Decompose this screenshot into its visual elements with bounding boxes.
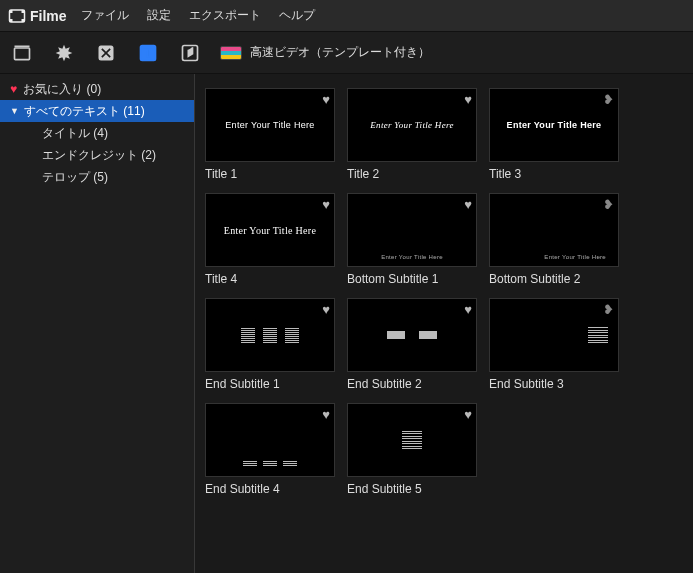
template-card[interactable]: ♥ Enter Your Title Here Title 1 bbox=[205, 88, 335, 181]
heart-icon: ♥ bbox=[10, 82, 17, 96]
template-card[interactable]: ♥ Enter Your Title Here Title 2 bbox=[347, 88, 477, 181]
heart-icon[interactable]: ♥ bbox=[464, 92, 472, 107]
template-caption: Title 1 bbox=[205, 167, 335, 181]
svg-text:T: T bbox=[144, 46, 151, 59]
quick-video-label: 高速ビデオ（テンプレート付き） bbox=[250, 44, 430, 61]
template-caption: Bottom Subtitle 2 bbox=[489, 272, 619, 286]
template-caption: End Subtitle 2 bbox=[347, 377, 477, 391]
sidebar-item-favorites[interactable]: ♥ お気に入り (0) bbox=[0, 78, 194, 100]
sidebar: ♥ お気に入り (0) ▼ すべてのテキスト (11) タイトル (4) エンド… bbox=[0, 74, 195, 573]
template-card[interactable]: ♥ Enter Your Title Here Bottom Subtitle … bbox=[347, 193, 477, 286]
audio-icon[interactable] bbox=[178, 41, 202, 65]
quick-video-button[interactable]: 高速ビデオ（テンプレート付き） bbox=[220, 44, 430, 61]
template-thumbnail[interactable]: ❥ Enter Your Title Here bbox=[489, 88, 619, 162]
heart-icon[interactable]: ♥ bbox=[464, 197, 472, 212]
template-caption: Title 4 bbox=[205, 272, 335, 286]
quick-video-icon bbox=[220, 46, 242, 60]
template-card[interactable]: ❥ End Subtitle 3 bbox=[489, 298, 619, 391]
menu-settings[interactable]: 設定 bbox=[147, 7, 171, 24]
template-thumbnail[interactable]: ♥ bbox=[347, 298, 477, 372]
broken-heart-icon[interactable]: ❥ bbox=[603, 197, 614, 212]
sidebar-item-label: テロップ (5) bbox=[42, 169, 108, 186]
text-icon[interactable]: T bbox=[136, 41, 160, 65]
template-card[interactable]: ♥ Enter Your Title Here Title 4 bbox=[205, 193, 335, 286]
template-grid: ♥ Enter Your Title Here Title 1 ♥ Enter … bbox=[195, 74, 693, 573]
template-card[interactable]: ♥ End Subtitle 1 bbox=[205, 298, 335, 391]
heart-icon[interactable]: ♥ bbox=[322, 92, 330, 107]
main-area: ♥ お気に入り (0) ▼ すべてのテキスト (11) タイトル (4) エンド… bbox=[0, 74, 693, 573]
svg-rect-4 bbox=[22, 19, 25, 22]
template-thumbnail[interactable]: ♥ bbox=[347, 403, 477, 477]
app-logo: Filme bbox=[8, 7, 67, 25]
template-caption: End Subtitle 3 bbox=[489, 377, 619, 391]
svg-rect-3 bbox=[22, 10, 25, 13]
template-thumbnail[interactable]: ♥ Enter Your Title Here bbox=[205, 193, 335, 267]
titlebar: Filme ファイル 設定 エクスポート ヘルプ bbox=[0, 0, 693, 32]
heart-icon[interactable]: ♥ bbox=[322, 197, 330, 212]
sidebar-item-label: タイトル (4) bbox=[42, 125, 108, 142]
svg-rect-1 bbox=[10, 10, 13, 13]
effects-icon[interactable] bbox=[52, 41, 76, 65]
template-thumbnail[interactable]: ❥ bbox=[489, 298, 619, 372]
chevron-down-icon: ▼ bbox=[10, 106, 20, 116]
sidebar-item-subtitles[interactable]: テロップ (5) bbox=[0, 166, 194, 188]
main-menu: ファイル 設定 エクスポート ヘルプ bbox=[81, 7, 315, 24]
menu-export[interactable]: エクスポート bbox=[189, 7, 261, 24]
sidebar-item-label: すべてのテキスト (11) bbox=[24, 103, 145, 120]
template-caption: End Subtitle 5 bbox=[347, 482, 477, 496]
template-card[interactable]: ❥ Enter Your Title Here Bottom Subtitle … bbox=[489, 193, 619, 286]
template-card[interactable]: ♥ End Subtitle 4 bbox=[205, 403, 335, 496]
template-caption: End Subtitle 4 bbox=[205, 482, 335, 496]
template-card[interactable]: ♥ End Subtitle 2 bbox=[347, 298, 477, 391]
svg-rect-5 bbox=[15, 48, 30, 60]
media-icon[interactable] bbox=[10, 41, 34, 65]
template-caption: End Subtitle 1 bbox=[205, 377, 335, 391]
sidebar-item-end-credits[interactable]: エンドクレジット (2) bbox=[0, 144, 194, 166]
heart-icon[interactable]: ♥ bbox=[322, 302, 330, 317]
template-thumbnail[interactable]: ♥ Enter Your Title Here bbox=[347, 193, 477, 267]
template-card[interactable]: ♥ End Subtitle 5 bbox=[347, 403, 477, 496]
sidebar-item-label: エンドクレジット (2) bbox=[42, 147, 156, 164]
template-thumbnail[interactable]: ♥ bbox=[205, 298, 335, 372]
template-card[interactable]: ❥ Enter Your Title Here Title 3 bbox=[489, 88, 619, 181]
filme-logo-icon bbox=[8, 7, 26, 25]
sidebar-item-all-text[interactable]: ▼ すべてのテキスト (11) bbox=[0, 100, 194, 122]
template-thumbnail[interactable]: ♥ Enter Your Title Here bbox=[347, 88, 477, 162]
svg-rect-2 bbox=[10, 19, 13, 22]
broken-heart-icon[interactable]: ❥ bbox=[603, 92, 614, 107]
heart-icon[interactable]: ♥ bbox=[464, 302, 472, 317]
menu-file[interactable]: ファイル bbox=[81, 7, 129, 24]
sidebar-item-titles[interactable]: タイトル (4) bbox=[0, 122, 194, 144]
broken-heart-icon[interactable]: ❥ bbox=[603, 302, 614, 317]
template-thumbnail[interactable]: ♥ Enter Your Title Here bbox=[205, 88, 335, 162]
transitions-icon[interactable] bbox=[94, 41, 118, 65]
template-thumbnail[interactable]: ❥ Enter Your Title Here bbox=[489, 193, 619, 267]
menu-help[interactable]: ヘルプ bbox=[279, 7, 315, 24]
template-caption: Title 3 bbox=[489, 167, 619, 181]
template-caption: Title 2 bbox=[347, 167, 477, 181]
heart-icon[interactable]: ♥ bbox=[322, 407, 330, 422]
sidebar-item-label: お気に入り (0) bbox=[23, 81, 101, 98]
template-thumbnail[interactable]: ♥ bbox=[205, 403, 335, 477]
app-name: Filme bbox=[30, 8, 67, 24]
template-caption: Bottom Subtitle 1 bbox=[347, 272, 477, 286]
toolbar: T 高速ビデオ（テンプレート付き） bbox=[0, 32, 693, 74]
heart-icon[interactable]: ♥ bbox=[464, 407, 472, 422]
